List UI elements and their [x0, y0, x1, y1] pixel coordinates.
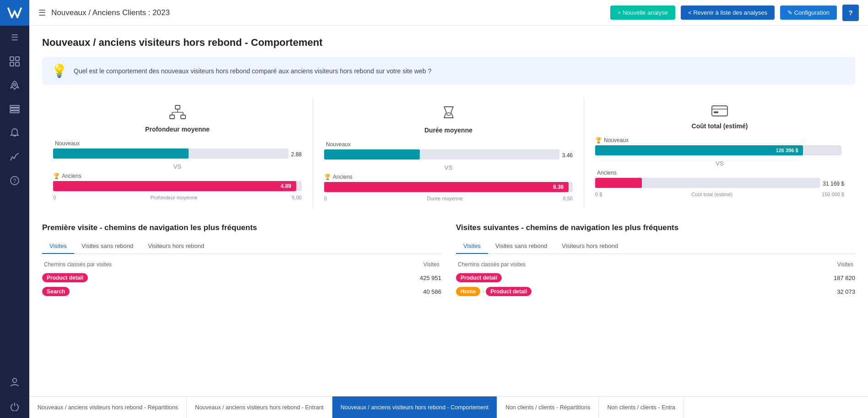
- new-analysis-button[interactable]: + Nouvelle analyse: [610, 6, 675, 20]
- axis-profondeur: 0 Profondeur moyenne 5,00: [53, 195, 302, 200]
- old-label-profondeur: 🏆 Anciens: [53, 173, 302, 179]
- bottom-tab-3[interactable]: Non clients / clients - Répartitions: [497, 396, 599, 418]
- path-row: Search 40 586: [42, 287, 441, 296]
- path-tag: Product detail: [42, 273, 88, 282]
- metric-label-cout: Coût total (estimé): [692, 122, 748, 130]
- bottom-tab-1[interactable]: Nouveaux / anciens visiteurs hors rebond…: [187, 396, 332, 418]
- nav-section-premiere: Première visite - chemins de navigation …: [42, 223, 441, 301]
- metric-block-profondeur: Profondeur moyenne Nouveaux 2.88 VS 🏆 An…: [42, 98, 313, 209]
- svg-rect-12: [170, 115, 174, 119]
- chevron-icon: ›: [482, 288, 484, 295]
- bottom-tab-4[interactable]: Non clients / clients - Entra: [599, 396, 684, 418]
- svg-rect-11: [175, 105, 180, 109]
- nav-title-premiere: Première visite - chemins de navigation …: [42, 223, 441, 232]
- vs-label-cout: VS: [595, 160, 844, 167]
- svg-rect-23: [714, 111, 718, 113]
- section-title: Nouveaux / anciens visiteurs hors rebond…: [42, 37, 855, 49]
- axis-duree: 0 Durée moyenne 8,50: [324, 196, 573, 201]
- metric-label-duree: Durée moyenne: [424, 126, 472, 134]
- menu-icon[interactable]: ☰: [38, 8, 46, 18]
- sidebar-item-help[interactable]: ?: [0, 169, 29, 192]
- metric-bars-profondeur: Nouveaux 2.88 VS 🏆 Anciens 4.89: [53, 140, 302, 200]
- config-button[interactable]: ✎ Configuration: [780, 6, 837, 20]
- sidebar-item-rocket[interactable]: [0, 73, 29, 97]
- old-bar-fill-cout: [595, 178, 642, 188]
- sidebar-item-menu[interactable]: ☰: [0, 26, 29, 50]
- tab-suivantes-2[interactable]: Visiteurs hors rebond: [554, 239, 625, 254]
- path-tags: Search: [42, 287, 70, 296]
- vs-label-duree: VS: [324, 164, 573, 171]
- help-button[interactable]: ?: [842, 5, 859, 21]
- new-bar-fill-duree: [324, 149, 420, 160]
- svg-point-4: [14, 84, 16, 86]
- tab-premiere-0[interactable]: Visites: [42, 239, 74, 254]
- path-value: 40 586: [423, 288, 441, 295]
- bulb-icon: 💡: [51, 63, 67, 78]
- table-header-premiere: Chemins classés par visites Visites: [42, 261, 441, 268]
- tab-suivantes-1[interactable]: Visites sans rebond: [488, 239, 554, 254]
- path-value: 187 820: [834, 275, 855, 281]
- sidebar-item-list[interactable]: [0, 97, 29, 121]
- main-panel: ☰ Nouveaux / Anciens Clients : 2023 + No…: [29, 0, 868, 418]
- page-title: Nouveaux / Anciens Clients : 2023: [51, 8, 605, 17]
- sidebar: ☰ ?: [0, 0, 29, 418]
- tab-premiere-1[interactable]: Visites sans rebond: [74, 239, 141, 254]
- metric-block-duree: Durée moyenne Nouveaux 3.46 VS 🏆 Anciens: [313, 98, 584, 209]
- metrics-row: Profondeur moyenne Nouveaux 2.88 VS 🏆 An…: [42, 98, 855, 209]
- metric-icon-duree: [442, 105, 456, 124]
- metric-block-cout: Coût total (estimé) 🏆 Nouveaux 126 396 $…: [584, 98, 855, 209]
- old-label-cout: Anciens: [595, 170, 844, 176]
- path-tag: Search: [42, 287, 70, 296]
- metric-icon-profondeur: [169, 105, 186, 123]
- new-bar-duree: [324, 149, 559, 160]
- svg-rect-1: [16, 57, 19, 60]
- sidebar-logo[interactable]: [0, 0, 29, 26]
- sidebar-item-bell[interactable]: [0, 121, 29, 145]
- sidebar-item-power[interactable]: [0, 394, 29, 418]
- bottom-tab-0[interactable]: Nouveaux / anciens visiteurs hors rebond…: [29, 396, 187, 418]
- old-bar-profondeur: 4.89: [53, 181, 302, 191]
- metric-bars-cout: 🏆 Nouveaux 126 396 $ VS Anciens: [595, 137, 844, 197]
- bottom-tab-2[interactable]: Nouveaux / anciens visiteurs hors rebond…: [332, 396, 497, 418]
- path-tags: Product detail: [42, 273, 88, 282]
- svg-rect-5: [10, 105, 19, 107]
- metric-bars-duree: Nouveaux 3.46 VS 🏆 Anciens 8.36: [324, 141, 573, 201]
- sidebar-item-dashboard[interactable]: [0, 50, 29, 73]
- back-button[interactable]: < Revenir à liste des analyses: [681, 6, 775, 20]
- metric-icon-cout: [711, 105, 728, 120]
- tab-premiere-2[interactable]: Visiteurs hors rebond: [141, 239, 212, 254]
- svg-rect-21: [712, 106, 727, 116]
- svg-rect-13: [181, 115, 185, 119]
- new-bar-cout: 126 396 $: [595, 145, 841, 155]
- path-row: Product detail 425 951: [42, 273, 441, 282]
- new-bar-profondeur: [53, 148, 288, 159]
- path-table-premiere: Chemins classés par visites Visites Prod…: [42, 261, 441, 296]
- metric-label-profondeur: Profondeur moyenne: [145, 126, 210, 133]
- tab-suivantes-0[interactable]: Visites: [456, 239, 488, 254]
- path-tag: Home: [456, 287, 480, 296]
- content-area: Nouveaux / anciens visiteurs hors rebond…: [29, 26, 868, 396]
- new-label-duree: Nouveaux: [324, 141, 573, 148]
- path-row: Product detail 187 820: [456, 273, 855, 282]
- axis-cout: 0 $ Coût total (estimé) 150 000 $: [595, 192, 844, 197]
- table-header-suivantes: Chemins classés par visites Visites: [456, 261, 855, 268]
- svg-point-20: [447, 113, 450, 116]
- new-value-profondeur: 2.88: [291, 151, 302, 158]
- tabs-premiere: VisitesVisites sans rebondVisiteurs hors…: [42, 239, 441, 254]
- new-label-cout: 🏆 Nouveaux: [595, 137, 844, 143]
- svg-rect-6: [10, 108, 19, 110]
- nav-paths-row: Première visite - chemins de navigation …: [42, 223, 855, 301]
- sidebar-item-analytics[interactable]: [0, 145, 29, 169]
- path-table-suivantes: Chemins classés par visites Visites Prod…: [456, 261, 855, 296]
- svg-point-10: [13, 379, 17, 383]
- nav-section-suivantes: Visites suivantes - chemins de navigatio…: [456, 223, 855, 301]
- path-value: 425 951: [420, 275, 441, 281]
- path-tag: Product detail: [456, 273, 502, 282]
- info-box: 💡 Quel est le comportement des nouveaux …: [42, 57, 855, 85]
- old-bar-fill-duree: 8.36: [324, 182, 569, 192]
- sidebar-item-user[interactable]: [0, 370, 29, 394]
- nav-title-suivantes: Visites suivantes - chemins de navigatio…: [456, 223, 855, 232]
- svg-rect-7: [10, 111, 19, 113]
- new-label-profondeur: Nouveaux: [53, 140, 302, 147]
- old-bar-fill-profondeur: 4.89: [53, 181, 296, 191]
